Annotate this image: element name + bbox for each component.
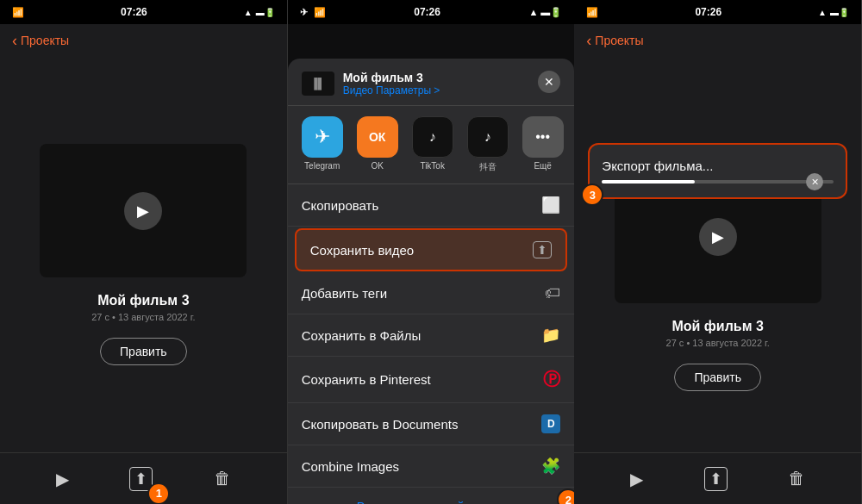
export-cancel-btn[interactable]: ✕: [806, 173, 823, 190]
export-progress-bar: ✕: [602, 180, 834, 184]
menu-item-copy-label: Скопировать: [302, 198, 379, 213]
step-badge-3: 3: [581, 184, 603, 206]
status-time-2: 07:26: [414, 6, 440, 18]
wifi-icon-3: 📶: [586, 7, 598, 18]
share-thumb: ▐▌: [302, 72, 334, 96]
edit-actions-link[interactable]: Редактировать действия...: [288, 488, 575, 504]
bottom-toolbar-1: ▶ ⬆ 1 🗑: [0, 452, 287, 504]
export-title: Экспорт фильма...: [602, 159, 834, 173]
trash-toolbar-btn-1[interactable]: 🗑: [207, 462, 238, 495]
movie-title-3: Мой фильм 3: [671, 319, 763, 334]
menu-item-save-pinterest-label: Сохранить в Pinterest: [302, 372, 431, 387]
menu-item-add-tags[interactable]: Добавить теги 🏷: [288, 273, 575, 314]
battery-icon-3: ▬🔋: [830, 8, 849, 17]
status-bar-3: 📶 07:26 ▲ ▬🔋: [574, 0, 861, 24]
more-apps-icon: •••: [522, 116, 564, 158]
app-icon-ok[interactable]: ОК OK: [357, 116, 398, 173]
play-icon-3: ▶: [712, 227, 724, 246]
chevron-left-icon-3: ‹: [586, 33, 591, 48]
status-left-3: 📶: [586, 7, 598, 18]
douyin-label: 抖音: [479, 161, 497, 173]
app-icon-tiktok[interactable]: ♪ TikTok: [412, 116, 453, 173]
export-overlay: Экспорт фильма... ✕ 3: [588, 143, 847, 199]
status-bar-2: ✈ 📶 07:26 ▲ ▬🔋: [288, 0, 575, 24]
nav-back-3[interactable]: ‹ Проекты: [586, 33, 643, 48]
edit-button-1[interactable]: Править: [100, 338, 187, 365]
status-time-1: 07:26: [121, 6, 147, 18]
video-thumbnail-1[interactable]: ▶: [40, 144, 247, 277]
tiktok-label: TikTok: [420, 161, 445, 171]
panel-2: ✈ 📶 07:26 ▲ ▬🔋 ▐▌ Мой фильм 3 Видео Пара…: [288, 0, 575, 504]
share-thumb-icon: ▐▌: [310, 78, 325, 90]
play-toolbar-icon-1: ▶: [56, 469, 69, 489]
signal-icon-2: ▲ ▬🔋: [528, 7, 562, 17]
status-right-3: ▲ ▬🔋: [818, 8, 849, 17]
menu-item-copy-documents[interactable]: Скопировать в Documents D: [288, 403, 575, 445]
share-title-block: Мой фильм 3 Видео Параметры >: [343, 71, 440, 96]
signal-icon-3: ▲: [818, 8, 827, 17]
status-right-2: ▲ ▬🔋: [528, 7, 562, 18]
status-left-2: ✈ 📶: [300, 7, 326, 18]
nav-back-1[interactable]: ‹ Проекты: [12, 33, 69, 48]
share-toolbar-btn-3[interactable]: ⬆: [697, 460, 734, 498]
share-header-left: ▐▌ Мой фильм 3 Видео Параметры >: [302, 71, 440, 96]
share-toolbar-btn-1[interactable]: ⬆ 1: [122, 460, 159, 498]
documents-icon: D: [541, 414, 560, 433]
share-title: Мой фильм 3: [343, 71, 440, 84]
share-close-btn[interactable]: ✕: [538, 71, 560, 93]
nav-back-label-1: Проекты: [21, 34, 69, 47]
douyin-icon: ♪: [467, 116, 509, 158]
trash-toolbar-icon-3: 🗑: [788, 469, 805, 488]
step-badge-2: 2: [557, 488, 574, 504]
share-menu: Скопировать ⬜ Сохранить видео ⬆ 2 Добави…: [288, 184, 575, 504]
menu-item-copy-documents-label: Скопировать в Documents: [302, 417, 459, 432]
play-button-1[interactable]: ▶: [124, 192, 162, 230]
play-button-3[interactable]: ▶: [699, 218, 737, 256]
menu-item-combine-images-label: Combine Images: [302, 459, 399, 474]
share-sheet: ▐▌ Мой фильм 3 Видео Параметры > ✕ ✈ Tel…: [288, 59, 575, 504]
movie-meta-3: 27 с • 13 августа 2022 г.: [666, 338, 770, 348]
ok-icon: ОК: [357, 116, 398, 158]
play-toolbar-icon-3: ▶: [630, 469, 643, 489]
bottom-toolbar-3: ▶ ⬆ 🗑: [574, 452, 861, 504]
share-toolbar-icon-3: ⬆: [704, 467, 728, 491]
menu-item-save-files[interactable]: Сохранить в Файлы 📁: [288, 314, 575, 357]
edit-button-3[interactable]: Править: [674, 364, 761, 391]
share-header: ▐▌ Мой фильм 3 Видео Параметры > ✕: [288, 59, 575, 106]
wifi-icon-1: 📶: [12, 7, 24, 18]
trash-toolbar-btn-3[interactable]: 🗑: [781, 462, 812, 495]
menu-item-save-video[interactable]: Сохранить видео ⬆ 2: [295, 228, 568, 271]
step-badge-1: 1: [147, 482, 170, 505]
menu-item-save-files-label: Сохранить в Файлы: [302, 328, 422, 343]
play-icon-1: ▶: [137, 202, 149, 221]
app-icons-row: ✈ Telegram ОК OK ♪ TikTok ♪ 抖音 ••• Ещё: [288, 106, 575, 184]
copy-icon: ⬜: [541, 196, 560, 215]
share-subtitle: Видео Параметры >: [343, 84, 440, 96]
tags-icon: 🏷: [545, 284, 560, 302]
play-toolbar-btn-3[interactable]: ▶: [623, 462, 650, 496]
menu-item-save-video-label: Сохранить видео: [310, 243, 415, 258]
airplane-icon-2: ✈: [300, 7, 308, 17]
files-icon: 📁: [541, 326, 560, 345]
battery-icon-1: ▬🔋: [256, 8, 275, 17]
signal-icon-1: ▲: [244, 8, 253, 17]
telegram-label: Telegram: [304, 161, 340, 171]
app-icon-telegram[interactable]: ✈ Telegram: [302, 116, 343, 173]
menu-item-save-pinterest[interactable]: Сохранить в Pinterest Ⓟ: [288, 357, 575, 403]
nav-bar-1: ‹ Проекты: [0, 24, 287, 57]
trash-toolbar-icon-1: 🗑: [214, 469, 231, 488]
nav-back-label-3: Проекты: [595, 34, 643, 47]
movie-meta-1: 27 с • 13 августа 2022 г.: [91, 312, 195, 322]
telegram-icon: ✈: [302, 116, 343, 158]
more-apps-label: Ещё: [534, 161, 551, 171]
menu-item-copy[interactable]: Скопировать ⬜: [288, 184, 575, 227]
main-content-1: ▶ Мой фильм 3 27 с • 13 августа 2022 г. …: [0, 57, 287, 452]
play-toolbar-btn-1[interactable]: ▶: [49, 462, 76, 496]
combine-images-icon: 🧩: [541, 457, 560, 476]
status-time-3: 07:26: [695, 6, 721, 18]
menu-item-combine-images[interactable]: Combine Images 🧩: [288, 445, 575, 488]
movie-title-1: Мой фильм 3: [97, 293, 189, 308]
app-icon-more[interactable]: ••• Ещё: [522, 116, 564, 173]
status-right-1: ▲ ▬🔋: [244, 8, 275, 17]
app-icon-douyin[interactable]: ♪ 抖音: [467, 116, 509, 173]
